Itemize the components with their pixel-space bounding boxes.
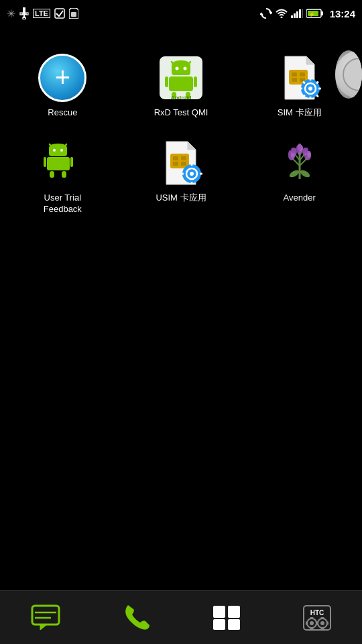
app-rxd-test-qmi[interactable]: Android RxD Test QMI [125, 47, 237, 125]
svg-rect-24 [165, 76, 168, 87]
notification-icon: ✳ [7, 7, 15, 20]
svg-rect-63 [190, 182, 192, 184]
svg-point-47 [53, 149, 56, 152]
sim-status-icon [69, 8, 78, 19]
svg-text:⚡: ⚡ [309, 11, 315, 17]
svg-rect-0 [23, 7, 25, 13]
avender-app-icon [276, 139, 324, 187]
clock: 13:24 [330, 8, 355, 19]
svg-text:HTC: HTC [310, 609, 324, 616]
user-trial-label: User Trial [44, 193, 82, 204]
svg-rect-106 [316, 621, 318, 625]
svg-rect-58 [181, 162, 186, 166]
svg-rect-65 [200, 172, 202, 174]
sim-app-icon [276, 54, 324, 102]
svg-point-8 [280, 17, 282, 19]
user-trial-label2: Feedback [44, 204, 82, 215]
svg-rect-49 [47, 157, 70, 170]
status-icons-left: ✳ LTE [7, 7, 78, 20]
svg-rect-12 [299, 9, 301, 18]
rxd-icon: Android [157, 54, 205, 102]
svg-rect-50 [44, 157, 46, 167]
svg-point-21 [175, 67, 178, 70]
svg-rect-38 [309, 97, 311, 99]
svg-rect-25 [194, 76, 197, 87]
svg-rect-101 [310, 627, 313, 629]
task-icon [54, 8, 65, 19]
usim-label: USIM 卡应用 [156, 193, 206, 204]
svg-rect-107 [326, 621, 328, 625]
taskbar-htc[interactable]: HTC [294, 598, 341, 638]
svg-rect-90 [213, 606, 225, 618]
svg-rect-33 [300, 78, 305, 82]
svg-point-85 [288, 168, 300, 178]
usb-icon [19, 7, 29, 19]
multitask-icon [212, 604, 241, 631]
battery-icon: ⚡ [306, 9, 324, 18]
htc-icon: HTC [302, 604, 332, 631]
svg-rect-64 [181, 172, 184, 174]
svg-point-61 [190, 172, 194, 176]
lte-icon: LTE [33, 9, 50, 18]
svg-rect-56 [181, 156, 186, 160]
rxd-label: RxD Test QMI [154, 107, 208, 119]
svg-point-78 [291, 148, 295, 153]
svg-rect-91 [228, 606, 240, 618]
message-icon [31, 604, 60, 631]
svg-rect-92 [213, 619, 225, 630]
signal-icon [291, 9, 303, 18]
svg-rect-11 [296, 11, 298, 18]
svg-point-86 [299, 168, 311, 178]
svg-rect-100 [310, 617, 313, 619]
svg-rect-105 [320, 627, 324, 629]
svg-rect-102 [306, 621, 308, 625]
svg-point-36 [308, 87, 312, 91]
svg-text:Android: Android [171, 95, 192, 101]
app-grid: + Rescue [0, 27, 362, 229]
svg-rect-9 [291, 15, 293, 18]
svg-rect-40 [318, 88, 321, 90]
svg-rect-93 [228, 619, 240, 630]
svg-rect-39 [300, 88, 302, 90]
app-usim[interactable]: USIM 卡应用 [125, 132, 237, 222]
phone-icon [123, 604, 149, 632]
svg-point-97 [310, 621, 314, 625]
svg-rect-62 [190, 163, 192, 166]
app-rescue[interactable]: + Rescue [7, 47, 119, 125]
wifi-icon [276, 9, 288, 18]
app-avender[interactable]: Avender [243, 132, 355, 222]
svg-rect-32 [292, 78, 297, 82]
rescue-icon: + [38, 54, 86, 102]
status-icons-right: ⚡ 13:24 [260, 7, 355, 19]
sim-label: SIM 卡应用 [278, 107, 322, 119]
svg-rect-104 [320, 617, 324, 619]
svg-rect-53 [62, 171, 66, 178]
svg-rect-15 [321, 11, 323, 15]
rescue-label: Rescue [48, 107, 77, 119]
svg-rect-37 [309, 78, 311, 80]
svg-point-22 [183, 67, 186, 70]
app-user-trial-feedback[interactable]: User Trial Feedback [7, 132, 119, 222]
svg-rect-55 [173, 156, 178, 160]
sync-icon [260, 7, 272, 19]
taskbar-phone[interactable] [113, 598, 160, 638]
svg-point-84 [298, 144, 302, 150]
svg-point-80 [304, 148, 308, 153]
usim-icon [157, 139, 205, 187]
svg-rect-23 [169, 76, 193, 91]
svg-rect-30 [292, 72, 297, 76]
svg-rect-13 [302, 9, 303, 18]
svg-rect-51 [70, 157, 73, 167]
svg-rect-31 [300, 72, 305, 76]
taskbar-multitask[interactable] [203, 598, 250, 638]
taskbar-messages[interactable] [22, 598, 69, 638]
svg-rect-57 [173, 162, 178, 166]
user-trial-icon [38, 139, 86, 187]
partial-app-icon[interactable] [335, 50, 362, 99]
svg-rect-52 [50, 171, 54, 178]
svg-rect-7 [71, 12, 76, 17]
status-bar: ✳ LTE [0, 0, 362, 27]
svg-rect-10 [294, 13, 296, 18]
avender-label: Avender [284, 193, 316, 204]
svg-rect-87 [32, 606, 59, 625]
